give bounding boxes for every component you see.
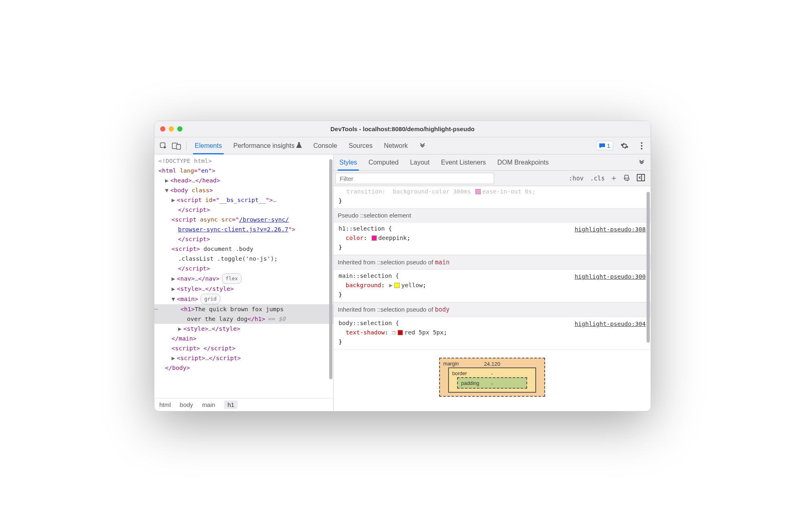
styles-toolbar: :hov .cls + xyxy=(334,171,651,186)
svg-point-3 xyxy=(641,142,642,144)
nav-node[interactable]: <nav> xyxy=(177,275,195,282)
window-title: DevTools - localhost:8080/demo/highlight… xyxy=(154,125,651,132)
box-model: margin 24.120 border - padding - xyxy=(334,350,651,397)
rule3-source[interactable]: highlight-pseudo:304 xyxy=(574,319,646,329)
elements-panel: <!DOCTYPE html> <html lang="en"> ▶<head>… xyxy=(154,154,334,411)
bs-script-node[interactable]: <script id="__bs_script__"> xyxy=(177,197,273,203)
paint-brush-icon[interactable] xyxy=(623,174,630,183)
truncated-close: } xyxy=(339,198,342,204)
svg-rect-2 xyxy=(176,144,180,149)
window-controls xyxy=(154,126,183,132)
eq0-indicator: == $0 xyxy=(268,316,286,322)
titlebar: DevTools - localhost:8080/demo/highlight… xyxy=(154,121,651,137)
main-toolbar: Elements Performance insights Console So… xyxy=(154,137,651,154)
new-style-rule-icon[interactable]: + xyxy=(611,173,616,184)
main-tabs: Elements Performance insights Console So… xyxy=(191,137,426,154)
separator xyxy=(186,141,187,150)
rule1-source[interactable]: highlight-pseudo:308 xyxy=(574,225,646,234)
red-swatch-icon[interactable] xyxy=(398,330,403,335)
inline-script-body1: document .body xyxy=(200,246,253,252)
rule2-source[interactable]: highlight-pseudo:300 xyxy=(574,272,646,281)
deeppink-swatch-icon[interactable] xyxy=(372,235,377,241)
doctype: <!DOCTYPE html> xyxy=(158,158,212,164)
tab-elements[interactable]: Elements xyxy=(195,137,222,154)
split-pane: <!DOCTYPE html> <html lang="en"> ▶<head>… xyxy=(154,154,651,411)
grid-badge[interactable]: grid xyxy=(200,294,220,304)
tab-sources[interactable]: Sources xyxy=(349,137,373,154)
inline-script-close: </script> xyxy=(178,265,210,272)
tab-computed[interactable]: Computed xyxy=(369,154,399,170)
rule-body-selection[interactable]: highlight-pseudo:304 body::selection { t… xyxy=(334,317,651,350)
styles-panel: Styles Computed Layout Event Listeners D… xyxy=(334,154,651,411)
styles-scrollbar[interactable] xyxy=(647,188,650,411)
settings-icon[interactable] xyxy=(619,140,630,152)
tab-event-listeners[interactable]: Event Listeners xyxy=(441,154,486,170)
zoom-window-button[interactable] xyxy=(177,126,183,132)
styles-filter-input[interactable] xyxy=(335,173,494,184)
group-selection: Pseudo ::selection element xyxy=(334,208,651,222)
inline-script-body2: .classList .toggle('no-js'); xyxy=(178,255,277,262)
h1-text-line1: The quick brown fox jumps xyxy=(195,306,284,312)
svg-rect-6 xyxy=(637,174,644,181)
gutter-dots-icon: ⋯ xyxy=(154,304,158,314)
layers-icon[interactable]: ❐ xyxy=(392,329,396,336)
inline-script-open[interactable]: <script> xyxy=(172,246,200,252)
group-inherit-body: Inherited from ::selection pseudo of bod… xyxy=(334,302,651,317)
bs-script-close: </script> xyxy=(178,207,210,213)
crumb-h1[interactable]: h1 xyxy=(224,400,238,409)
computed-sidebar-toggle-icon[interactable] xyxy=(637,174,645,183)
tab-layout[interactable]: Layout xyxy=(410,154,429,170)
crumb-html[interactable]: html xyxy=(159,401,171,408)
tab-performance-insights-label: Performance insights xyxy=(233,142,295,149)
flex-badge[interactable]: flex xyxy=(222,273,242,284)
crumb-main[interactable]: main xyxy=(202,401,216,408)
dom-tree[interactable]: <!DOCTYPE html> <html lang="en"> ▶<head>… xyxy=(154,154,333,398)
breadcrumbs: html body main h1 xyxy=(154,398,333,411)
kebab-menu-icon[interactable] xyxy=(636,140,647,152)
svg-point-4 xyxy=(641,145,642,147)
yellow-swatch-icon[interactable] xyxy=(394,283,400,288)
close-window-button[interactable] xyxy=(160,126,165,132)
issues-badge[interactable]: 1 xyxy=(596,141,613,150)
hov-toggle[interactable]: :hov xyxy=(569,175,583,182)
main-close: </main> xyxy=(172,335,196,342)
html-open[interactable]: <html lang="en"> xyxy=(158,167,216,174)
tab-network[interactable]: Network xyxy=(384,137,408,154)
crumb-body[interactable]: body xyxy=(180,401,193,408)
async-url-line1[interactable]: /browser-sync/ xyxy=(239,216,289,223)
dom-scrollbar[interactable] xyxy=(329,156,332,396)
h1-text-line2: over the lazy dog xyxy=(187,316,247,322)
async-url-line2[interactable]: browser-sync-client.js?v=2.26.7 xyxy=(178,226,288,233)
device-toolbar-icon[interactable] xyxy=(171,140,182,152)
head-node[interactable]: <head> xyxy=(170,177,191,184)
devtools-window: DevTools - localhost:8080/demo/highlight… xyxy=(154,121,651,411)
group-inherit-main: Inherited from ::selection pseudo of mai… xyxy=(334,255,651,270)
async-script-node[interactable]: <script async src=" xyxy=(172,216,239,223)
style-node-1[interactable]: <style> xyxy=(177,286,202,292)
tab-styles[interactable]: Styles xyxy=(339,154,357,170)
last-script-node[interactable]: <script> xyxy=(177,355,205,361)
tab-dom-breakpoints[interactable]: DOM Breakpoints xyxy=(497,154,549,170)
cls-toggle[interactable]: .cls xyxy=(590,175,605,182)
rule-main-selection[interactable]: highlight-pseudo:300 main::selection { b… xyxy=(334,270,651,302)
main-node[interactable]: <main> xyxy=(177,296,198,302)
inspect-element-icon[interactable] xyxy=(158,140,169,152)
async-script-close: </script> xyxy=(178,236,210,242)
empty-script-node[interactable]: <script> </script> xyxy=(172,345,235,352)
expand-shorthand-icon[interactable]: ▶ xyxy=(389,282,393,288)
body-node[interactable]: <body class> xyxy=(170,187,213,193)
beaker-icon xyxy=(296,142,302,150)
bm-padding-top: - xyxy=(458,379,526,388)
svg-point-5 xyxy=(641,148,642,149)
tab-console[interactable]: Console xyxy=(313,137,337,154)
tab-performance-insights[interactable]: Performance insights xyxy=(233,137,302,154)
style-node-2[interactable]: <style> xyxy=(183,325,208,332)
styles-body[interactable]: transition: background-color 300ms ease-… xyxy=(334,186,651,411)
more-sidebar-tabs[interactable] xyxy=(638,154,645,170)
sidebar-tabs: Styles Computed Layout Event Listeners D… xyxy=(334,154,651,171)
body-close: </body> xyxy=(165,365,190,371)
selected-h1-node[interactable]: ⋯ <h1>The quick brown fox jumps xyxy=(154,304,333,314)
rule-h1-selection[interactable]: highlight-pseudo:308 h1::selection { col… xyxy=(334,222,651,255)
minimize-window-button[interactable] xyxy=(169,126,174,132)
more-tabs-button[interactable] xyxy=(419,137,426,154)
